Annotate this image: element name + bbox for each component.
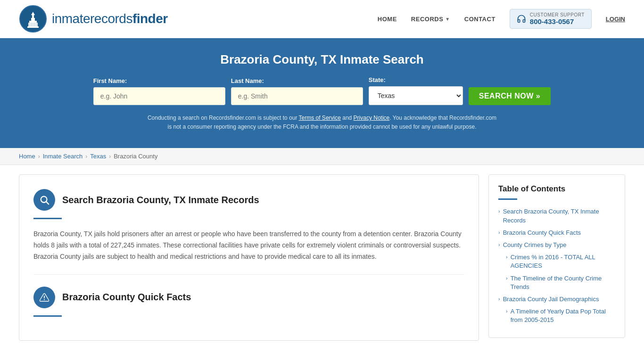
logo-text: inmaterecordsfinder <box>52 11 168 26</box>
svg-rect-8 <box>31 23 32 26</box>
nav-records[interactable]: RECORDS ▼ <box>411 16 450 23</box>
hero-section: Brazoria County, TX Inmate Search First … <box>0 38 644 148</box>
section2-header: Brazoria County Quick Facts <box>33 287 464 308</box>
chevron-right-icon: › <box>506 308 508 314</box>
nav-home[interactable]: HOME <box>378 16 397 23</box>
chevron-right-icon: › <box>498 242 500 247</box>
toc-link-5[interactable]: The Timeline of the County Crime Trends <box>511 274 615 291</box>
toc-item-3: › County Crimes by Type <box>498 241 615 249</box>
toc-item-2: › Brazoria County Quick Facts <box>498 229 615 237</box>
terms-link[interactable]: Terms of Service <box>299 115 341 121</box>
headset-icon <box>517 14 526 24</box>
state-label: State: <box>369 76 386 83</box>
section1-divider <box>33 218 62 219</box>
hero-title: Brazoria County, TX Inmate Search <box>19 52 625 67</box>
first-name-label: First Name: <box>93 77 127 84</box>
chevron-down-icon: ▼ <box>445 16 450 22</box>
last-name-input[interactable] <box>231 87 363 105</box>
svg-rect-10 <box>34 23 35 26</box>
support-info: CUSTOMER SUPPORT 800-433-0567 <box>530 12 585 25</box>
search-button[interactable]: SEARCH NOW » <box>469 87 551 105</box>
toc-link-1[interactable]: Search Brazoria County, TX Inmate Record… <box>503 207 615 224</box>
svg-rect-6 <box>27 26 39 28</box>
site-header: inmaterecordsfinder HOME RECORDS ▼ CONTA… <box>0 0 644 38</box>
breadcrumb-sep-2: › <box>85 153 87 160</box>
svg-rect-7 <box>29 23 30 26</box>
chevron-right-icon: › <box>506 254 508 260</box>
toc-item-4: › Crimes % in 2016 - TOTAL ALL AGENCIES <box>506 253 615 270</box>
toc-link-6[interactable]: Brazoria County Jail Demographics <box>503 295 599 304</box>
table-of-contents: Table of Contents › Search Brazoria Coun… <box>488 174 625 338</box>
toc-item-7: › A Timeline of Yearly Data Pop Total fr… <box>506 307 615 324</box>
section2-title: Brazoria County Quick Facts <box>62 292 191 303</box>
toc-link-4[interactable]: Crimes % in 2016 - TOTAL ALL AGENCIES <box>511 253 615 270</box>
breadcrumb-sep-1: › <box>38 153 40 160</box>
svg-rect-9 <box>33 23 33 26</box>
toc-title: Table of Contents <box>498 184 615 194</box>
first-name-field: First Name: <box>93 77 225 105</box>
chevron-right-icon: › <box>506 275 508 281</box>
privacy-link[interactable]: Privacy Notice <box>354 115 390 121</box>
nav-login[interactable]: LOGIN <box>606 16 625 23</box>
toc-list: › Search Brazoria County, TX Inmate Reco… <box>498 207 615 324</box>
toc-divider <box>498 198 517 200</box>
search-form: First Name: Last Name: State: Texas Alab… <box>19 76 625 105</box>
toc-link-7[interactable]: A Timeline of Yearly Data Pop Total from… <box>511 307 615 324</box>
logo[interactable]: inmaterecordsfinder <box>19 5 168 33</box>
content-left: Search Brazoria County, TX Inmate Record… <box>19 174 479 340</box>
disclaimer-text: Conducting a search on Recordsfinder.com… <box>145 114 499 132</box>
main-nav: HOME RECORDS ▼ CONTACT CUSTOMER SUPPORT … <box>378 9 625 29</box>
svg-line-13 <box>46 202 49 205</box>
section1-title: Search Brazoria County, TX Inmate Record… <box>62 195 259 206</box>
first-name-input[interactable] <box>93 87 225 105</box>
breadcrumb: Home › Inmate Search › Texas › Brazoria … <box>0 148 644 165</box>
toc-item-6: › Brazoria County Jail Demographics <box>498 295 615 304</box>
facts-section-icon <box>33 287 55 308</box>
state-field: State: Texas Alabama Alaska Arizona Cali… <box>369 76 463 105</box>
state-select[interactable]: Texas Alabama Alaska Arizona California … <box>369 86 463 105</box>
customer-support[interactable]: CUSTOMER SUPPORT 800-433-0567 <box>510 9 592 29</box>
breadcrumb-inmate-search[interactable]: Inmate Search <box>43 153 83 160</box>
chevron-right-icon: › <box>498 208 500 214</box>
chevron-right-icon: › <box>498 230 500 235</box>
nav-contact[interactable]: CONTACT <box>464 16 495 23</box>
section1-body: Brazoria County, TX jails hold prisoners… <box>33 229 464 262</box>
search-section-icon <box>33 189 55 211</box>
section2-divider <box>33 315 62 317</box>
breadcrumb-county: Brazoria County <box>114 153 157 160</box>
main-content: Search Brazoria County, TX Inmate Record… <box>0 165 644 350</box>
toc-link-3[interactable]: County Crimes by Type <box>503 241 567 249</box>
toc-item-5: › The Timeline of the County Crime Trend… <box>506 274 615 291</box>
breadcrumb-sep-3: › <box>109 153 111 160</box>
chevron-right-icon: › <box>498 296 500 302</box>
breadcrumb-home[interactable]: Home <box>19 153 35 160</box>
svg-rect-11 <box>36 23 37 26</box>
search-icon <box>39 195 50 205</box>
section1-header: Search Brazoria County, TX Inmate Record… <box>33 189 464 211</box>
logo-icon <box>19 5 47 33</box>
section-separator <box>33 274 464 275</box>
toc-link-2[interactable]: Brazoria County Quick Facts <box>503 229 581 237</box>
breadcrumb-texas[interactable]: Texas <box>90 153 106 160</box>
last-name-label: Last Name: <box>231 77 264 84</box>
alert-icon <box>39 292 50 303</box>
toc-item-1: › Search Brazoria County, TX Inmate Reco… <box>498 207 615 224</box>
last-name-field: Last Name: <box>231 77 363 105</box>
